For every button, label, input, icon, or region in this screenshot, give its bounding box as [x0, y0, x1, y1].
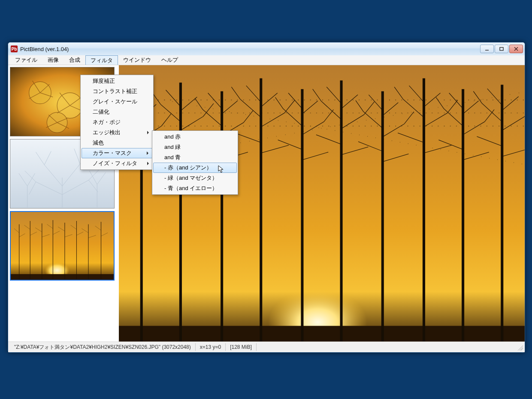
menu-help[interactable]: ヘルプ — [156, 55, 183, 65]
thumbnail-3-selected[interactable] — [10, 211, 115, 281]
maximize-button[interactable] — [495, 45, 508, 53]
titlebar[interactable]: Pb PictBlend (ver.1.04) — [8, 42, 525, 55]
window-title: PictBlend (ver.1.04) — [20, 46, 480, 52]
statusbar: "Z:¥DATA¥フォト満タン¥DATA2¥HIGH2¥SIZEN¥SZN026… — [8, 342, 525, 352]
submenu-minus-blue-yellow[interactable]: - 青（and イエロー） — [153, 183, 237, 193]
menuitem-contrast[interactable]: コントラスト補正 — [82, 86, 152, 97]
filter-dropdown: 輝度補正 コントラスト補正 グレイ・スケール 二値化 ネガ・ポジ エッジ検出 減… — [80, 75, 154, 170]
client-area: 輝度補正 コントラスト補正 グレイ・スケール 二値化 ネガ・ポジ エッジ検出 減… — [8, 65, 525, 342]
minimize-button[interactable] — [480, 45, 494, 53]
menuitem-color-mask[interactable]: カラー・マスク — [82, 148, 152, 158]
submenu-and-blue[interactable]: and 青 — [153, 152, 237, 163]
status-memory: [128 MiB] — [226, 343, 257, 351]
resize-grip-icon[interactable] — [516, 344, 523, 351]
submenu-arrow-icon — [147, 162, 149, 165]
close-button[interactable] — [509, 45, 523, 53]
menuitem-edge-detect[interactable]: エッジ検出 — [82, 127, 152, 138]
submenu-and-green[interactable]: and 緑 — [153, 142, 237, 152]
menu-window[interactable]: ウインドウ — [118, 55, 156, 65]
menu-image[interactable]: 画像 — [42, 55, 64, 65]
submenu-arrow-icon — [147, 131, 149, 134]
status-coords: x=13 y=0 — [196, 343, 226, 351]
submenu-and-red[interactable]: and 赤 — [153, 132, 237, 142]
menu-compose[interactable]: 合成 — [64, 55, 85, 65]
menuitem-reduce-color[interactable]: 減色 — [82, 138, 152, 148]
color-mask-submenu: and 赤 and 緑 and 青 - 赤（and シアン） - 緑（and マ… — [152, 130, 238, 195]
submenu-arrow-icon — [147, 151, 148, 155]
menuitem-grayscale[interactable]: グレイ・スケール — [82, 97, 152, 107]
app-window: Pb PictBlend (ver.1.04) ファイル 画像 合成 フィルタ … — [8, 42, 525, 353]
menuitem-brightness[interactable]: 輝度補正 — [82, 76, 152, 86]
svg-rect-1 — [500, 48, 503, 51]
svg-rect-12 — [11, 274, 114, 280]
menu-file[interactable]: ファイル — [10, 55, 42, 65]
menubar: ファイル 画像 合成 フィルタ ウインドウ ヘルプ — [8, 55, 525, 65]
svg-rect-11 — [11, 212, 114, 280]
window-controls — [480, 45, 523, 53]
menuitem-noise-filter[interactable]: ノイズ・フィルタ — [82, 158, 152, 169]
main-canvas[interactable] — [119, 65, 525, 342]
status-filepath: "Z:¥DATA¥フォト満タン¥DATA2¥HIGH2¥SIZEN¥SZN026… — [10, 343, 196, 351]
menuitem-negaposi[interactable]: ネガ・ポジ — [82, 117, 152, 127]
submenu-minus-red-cyan[interactable]: - 赤（and シアン） — [153, 163, 237, 173]
app-icon: Pb — [11, 45, 18, 52]
menu-filter[interactable]: フィルタ — [85, 55, 118, 65]
submenu-minus-green-magenta[interactable]: - 緑（and マゼンタ） — [153, 173, 237, 183]
menuitem-threshold[interactable]: 二値化 — [82, 107, 152, 117]
